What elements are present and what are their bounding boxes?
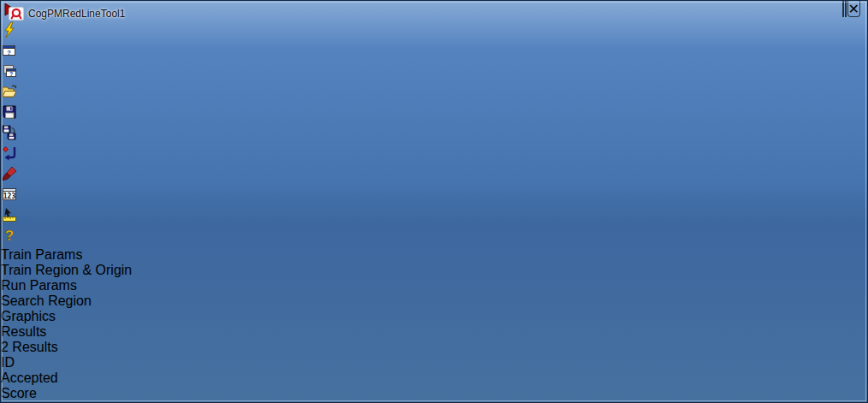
tab-graphics[interactable]: Graphics	[1, 309, 867, 324]
column-header-accepted[interactable]: Accepted	[1, 370, 867, 386]
edit-graphics-button[interactable]	[1, 165, 867, 186]
client-area: ? ?	[1, 1, 867, 403]
results-count-label: 2 Results	[1, 340, 867, 355]
tab-search-region[interactable]: Search Region	[1, 293, 867, 309]
svg-text:?: ?	[5, 228, 14, 244]
titlebar: CogPMRedLineTool1 ✕	[1, 1, 867, 26]
results-grid: IDAcceptedScoreXYAngleContrastFraction 0…	[1, 355, 867, 403]
toolbar: ? ?	[1, 1, 867, 247]
tab-train-region-origin[interactable]: Train Region & Origin	[1, 263, 867, 278]
measure-button[interactable]	[1, 206, 867, 227]
brush-icon	[1, 165, 18, 182]
tab-train-params[interactable]: Train Params	[1, 247, 867, 263]
app-logo-icon	[9, 7, 24, 21]
window-title: CogPMRedLineTool1	[28, 8, 125, 20]
ruler-pointer-icon	[1, 206, 18, 223]
show-numeric-results-button[interactable]: 123	[1, 186, 867, 206]
window-controls: ✕	[841, 1, 860, 17]
maximize-button[interactable]	[845, 1, 847, 17]
close-button[interactable]: ✕	[847, 1, 860, 17]
open-file-button[interactable]	[1, 83, 867, 104]
tab-results[interactable]: Results	[1, 324, 867, 340]
column-header-score[interactable]: Score	[1, 386, 867, 401]
column-header-id[interactable]: ID	[1, 355, 867, 370]
show-tool-controls-button[interactable]: ?	[1, 42, 867, 62]
numbers-123-icon: 123	[1, 186, 18, 203]
save-as-icon	[1, 124, 18, 141]
tab-run-params[interactable]: Run Params	[1, 278, 867, 293]
minimize-button[interactable]	[842, 1, 844, 17]
tool-window-icon: ?	[1, 42, 18, 59]
reset-arrow-icon	[1, 145, 18, 162]
cogpm-tool-window: CogPMRedLineTool1 ✕	[0, 0, 868, 403]
tab-strip: Train ParamsTrain Region & OriginRun Par…	[1, 247, 867, 340]
float-window-icon: ?	[1, 62, 18, 80]
float-tool-window-button[interactable]: ?	[1, 62, 867, 83]
svg-text:?: ?	[7, 49, 11, 56]
save-button[interactable]	[1, 104, 867, 124]
reset-button[interactable]	[1, 145, 867, 165]
save-floppy-icon	[1, 104, 18, 121]
help-icon: ?	[1, 227, 18, 244]
help-button[interactable]: ?	[1, 227, 867, 247]
close-icon: ✕	[848, 1, 859, 17]
save-as-button[interactable]	[1, 124, 867, 145]
grid-header-row: IDAcceptedScoreXYAngleContrastFraction	[1, 355, 867, 403]
svg-text:123: 123	[3, 193, 16, 200]
open-folder-icon	[1, 83, 18, 100]
svg-text:?: ?	[9, 71, 13, 77]
